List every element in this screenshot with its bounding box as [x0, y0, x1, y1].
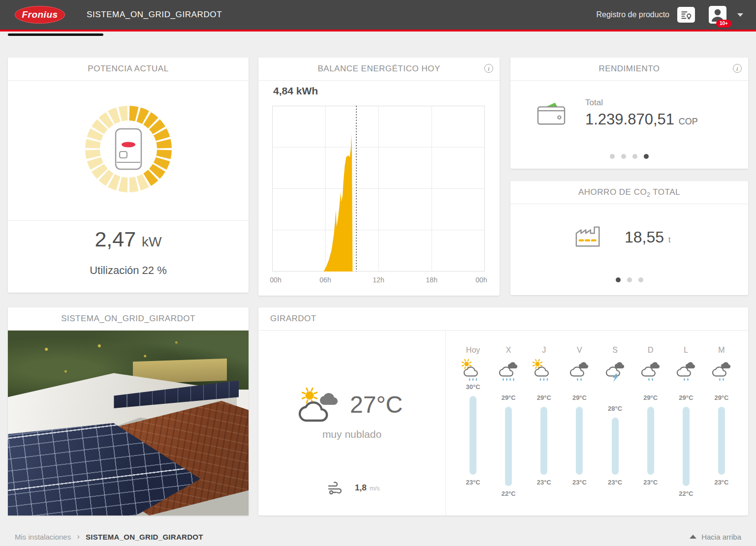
x-tick: 06h — [319, 276, 331, 284]
forecast-low-temp: 23°C — [526, 479, 562, 486]
carousel-dot[interactable] — [638, 277, 643, 282]
carousel-dot[interactable] — [644, 154, 649, 159]
back-to-top-button[interactable]: Hacia arriba — [690, 533, 741, 541]
chevron-down-icon[interactable] — [737, 13, 743, 17]
carousel-dot[interactable] — [616, 277, 621, 282]
accent-line — [0, 30, 756, 31]
fronius-logo[interactable]: Fronius — [15, 6, 65, 24]
breadcrumb-root[interactable]: Mis instalaciones — [15, 533, 71, 541]
card-title-text: BALANCE ENERGÉTICO HOY — [317, 64, 440, 73]
forecast-day: V — [562, 346, 597, 355]
cloud-rain-icon — [709, 359, 734, 383]
forecast-strip: Hoy30°C23°CX29°C22°CJ29°C23°CV29°C23°CS2… — [455, 330, 739, 516]
weather-card: GIRARDOT 27°C muy nublado 1,8 m/s Hoy30°… — [258, 307, 748, 516]
product-registration-icon[interactable] — [677, 7, 695, 23]
temperature-range-bar — [647, 407, 654, 475]
forecast-icon — [567, 359, 592, 385]
forecast-low-temp: 23°C — [598, 479, 633, 486]
carousel-dot[interactable] — [621, 154, 626, 159]
yield-total-label: Total — [585, 98, 603, 108]
yield-value: 1.239.870,51 — [585, 111, 674, 128]
power-value-row: 2,47 kW — [8, 227, 249, 251]
carousel-dots — [510, 277, 748, 282]
site-photo-card: SISTEMA_ON_GRID_GIRARDOT — [8, 307, 249, 516]
card-title-co2: AHORRO DE CO2 TOTAL — [510, 181, 748, 204]
card-title-weather: GIRARDOT — [258, 307, 748, 331]
forecast-day: S — [598, 346, 633, 355]
forecast-low-temp: 22°C — [491, 490, 526, 497]
x-tick: 12h — [373, 276, 384, 284]
cloud-rain-heavy-icon — [496, 359, 521, 383]
carousel-dot[interactable] — [610, 154, 615, 159]
gauge-segment — [118, 106, 127, 121]
cloud-storm-icon — [602, 359, 628, 383]
forecast-column: J29°C23°C — [526, 330, 562, 516]
wind-icon — [326, 481, 347, 495]
temperature-range-bar — [540, 407, 547, 475]
forecast-icon — [638, 359, 663, 385]
current-temperature: 27°C — [350, 391, 403, 418]
forecast-icon — [531, 359, 557, 385]
carousel-dot[interactable] — [632, 154, 637, 159]
gauge-segment — [85, 150, 101, 159]
inverter-icon — [111, 126, 146, 174]
user-account-icon[interactable]: 10+ — [709, 6, 726, 24]
temperature-range-bar — [576, 407, 583, 475]
product-registration-link[interactable]: Registro de producto — [596, 10, 669, 19]
card-title-text: AHORRO DE CO — [578, 187, 647, 197]
horizontal-scrollbar-thumb[interactable] — [8, 33, 103, 36]
forecast-column: M29°C23°C — [704, 330, 739, 516]
yield-card: RENDIMIENTO i Total 1.239.870,51 COP — [510, 58, 748, 169]
gauge-segment — [156, 150, 172, 159]
x-tick: 18h — [426, 276, 437, 284]
energy-total-label: 4,84 kWh — [273, 85, 318, 97]
info-icon[interactable]: i — [733, 64, 742, 73]
temperature-range-bar — [470, 396, 476, 475]
footer-bar: Mis instalaciones › SISTEMA_ON_GRID_GIRA… — [0, 527, 756, 546]
sun-cloud-drizzle-icon — [531, 359, 557, 383]
sun-cloud-drizzle-icon — [460, 359, 486, 383]
carousel-dot[interactable] — [627, 277, 632, 282]
gauge-segment — [129, 177, 139, 192]
forecast-icon — [709, 359, 734, 385]
arrow-up-icon — [690, 535, 696, 539]
fronius-logo-text: Fronius — [22, 9, 58, 20]
forecast-column: Hoy30°C23°C — [455, 330, 491, 516]
forecast-high-temp: 29°C — [668, 394, 704, 401]
document-bulb-icon — [680, 9, 693, 21]
gauge-segment — [129, 106, 139, 121]
forecast-low-temp: 23°C — [562, 479, 597, 486]
temperature-range-bar — [505, 407, 512, 486]
gauge-segment — [85, 139, 101, 148]
forecast-high-temp: 30°C — [455, 383, 491, 391]
wind-row: 1,8 m/s — [326, 481, 380, 495]
card-title-text: RENDIMIENTO — [598, 64, 660, 73]
site-photo — [8, 331, 249, 516]
app-header: Fronius SISTEMA_ON_GRID_GIRARDOT Registr… — [0, 0, 756, 30]
cloud-rain-icon — [567, 359, 592, 383]
x-tick: 00h — [270, 276, 281, 284]
forecast-day: D — [633, 346, 668, 355]
energy-balance-chart — [272, 106, 485, 272]
card-title-power: POTENCIA ACTUAL — [8, 58, 249, 81]
notification-badge: 10+ — [716, 20, 731, 28]
power-unit: kW — [142, 234, 161, 249]
forecast-column: D29°C23°C — [633, 330, 668, 516]
forecast-icon — [460, 359, 486, 385]
breadcrumb-current: SISTEMA_ON_GRID_GIRARDOT — [86, 533, 203, 541]
energy-balance-card: BALANCE ENERGÉTICO HOY i 4,84 kWh 00h06h… — [258, 58, 500, 296]
wind-unit: m/s — [370, 485, 380, 492]
forecast-high-temp: 29°C — [633, 394, 668, 401]
info-icon[interactable]: i — [484, 64, 493, 73]
yield-value-row: 1.239.870,51 COP — [585, 111, 698, 128]
forecast-low-temp: 23°C — [455, 479, 491, 486]
cloud-rain-icon — [638, 359, 663, 383]
yield-currency: COP — [679, 117, 698, 126]
co2-unit: t — [668, 236, 670, 244]
x-tick: 00h — [475, 276, 487, 284]
forecast-day: Hoy — [455, 346, 491, 355]
card-title-tail: TOTAL — [653, 187, 680, 197]
gauge-segment — [118, 177, 127, 192]
co2-value: 18,55 — [625, 228, 664, 246]
chart-x-axis: 00h06h12h18h00h — [272, 276, 485, 285]
